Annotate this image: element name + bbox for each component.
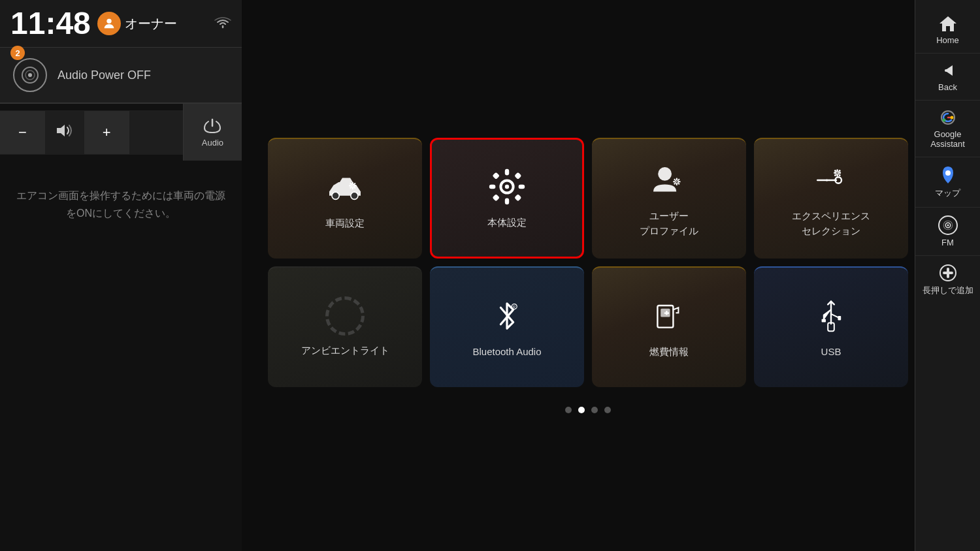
svg-point-0: [106, 19, 111, 24]
back-icon: [938, 61, 958, 80]
svg-point-41: [837, 172, 838, 174]
sidebar-map-label: マップ: [935, 187, 960, 199]
tile-ambient-light-label: アンビエントライト: [301, 343, 389, 358]
ac-message: エアコン画面を操作するためには車両の電源をONにしてください。: [0, 161, 242, 248]
sidebar-item-map[interactable]: マップ: [915, 157, 980, 208]
audio-section: Audio Power OFF: [0, 48, 242, 103]
svg-rect-23: [514, 172, 521, 180]
svg-point-5: [351, 192, 358, 199]
sidebar-fm-label: FM: [941, 238, 954, 247]
sidebar-item-google-assistant[interactable]: GoogleAssistant: [915, 101, 980, 157]
time-user-section: 11:48 オーナー: [10, 8, 177, 39]
tile-bluetooth-audio-label: Bluetooth Audio: [472, 345, 541, 360]
svg-rect-19: [505, 198, 509, 205]
status-bar: 11:48 オーナー: [0, 0, 242, 48]
svg-point-2: [28, 73, 32, 77]
volume-decrease-button[interactable]: −: [0, 111, 45, 154]
page-dot-2[interactable]: [578, 407, 585, 413]
svg-point-62: [950, 116, 953, 119]
sidebar-add-label: 長押しで追加: [923, 285, 973, 296]
svg-rect-32: [679, 181, 681, 182]
svg-rect-55: [664, 313, 669, 314]
svg-rect-21: [519, 185, 525, 189]
tile-vehicle-settings-label: 車両設定: [325, 216, 365, 231]
audio-power-button[interactable]: Audio: [183, 104, 242, 161]
svg-rect-56: [822, 319, 826, 323]
page-dot-1[interactable]: [565, 407, 572, 413]
svg-rect-22: [493, 172, 500, 180]
svg-point-63: [945, 170, 951, 176]
tile-fuel-info-label: 燃費情報: [649, 345, 689, 360]
page-dot-3[interactable]: [591, 407, 598, 413]
tile-vehicle-settings[interactable]: 車両設定: [268, 138, 422, 259]
svg-rect-45: [839, 172, 841, 174]
svg-text:R: R: [513, 305, 516, 309]
tile-fuel-info[interactable]: 燃費情報: [592, 266, 746, 387]
wifi-icon: [214, 16, 231, 32]
avatar: [97, 12, 121, 35]
svg-point-17: [505, 185, 509, 189]
audio-power-label: Audio: [202, 138, 223, 148]
svg-point-26: [658, 167, 672, 181]
tile-user-profile[interactable]: ユーザープロファイル: [592, 138, 746, 259]
svg-point-61: [942, 119, 945, 122]
sidebar-item-back[interactable]: Back: [915, 54, 980, 101]
sidebar-item-add[interactable]: 長押しで追加: [915, 256, 980, 304]
add-icon: [939, 264, 957, 282]
svg-rect-24: [493, 194, 500, 201]
page-dot-4[interactable]: [604, 407, 611, 413]
audio-power-text: Audio Power OFF: [57, 69, 151, 82]
user-name: オーナー: [125, 15, 177, 33]
tile-main-settings-label: 本体設定: [487, 215, 527, 230]
sidebar-google-assistant-label: GoogleAssistant: [930, 129, 965, 149]
svg-rect-9: [352, 188, 353, 190]
volume-increase-button[interactable]: +: [84, 111, 129, 154]
sidebar-back-label: Back: [938, 82, 957, 92]
svg-rect-49: [838, 174, 841, 176]
tile-user-profile-label: ユーザープロファイル: [640, 209, 698, 238]
svg-rect-10: [349, 185, 351, 187]
tile-bluetooth-audio[interactable]: R Bluetooth Audio: [430, 266, 584, 387]
audio-controls: − + Audio: [0, 103, 242, 161]
svg-rect-8: [352, 182, 353, 184]
tile-usb-label: USB: [821, 345, 841, 360]
fm-icon: [938, 215, 958, 235]
sidebar-home-label: Home: [936, 35, 959, 45]
sidebar-item-home[interactable]: Home: [915, 7, 980, 54]
user-info: オーナー: [97, 12, 177, 35]
tile-experience-label: エクスペリエンスセレクション: [792, 209, 870, 238]
svg-rect-44: [834, 172, 836, 174]
left-panel: 11:48 オーナー 2: [0, 0, 242, 551]
svg-rect-57: [838, 316, 841, 320]
svg-rect-31: [673, 181, 675, 182]
tile-experience[interactable]: エクスペリエンスセレクション: [754, 138, 908, 259]
svg-point-28: [676, 181, 678, 182]
tile-main-settings[interactable]: 本体設定: [430, 138, 584, 259]
page-dots: [565, 407, 611, 413]
svg-rect-18: [505, 169, 509, 176]
tile-ambient-light[interactable]: アンビエントライト: [268, 266, 422, 387]
svg-rect-11: [355, 185, 357, 187]
volume-controls: − +: [0, 110, 183, 155]
home-icon: [938, 14, 958, 33]
svg-rect-43: [836, 174, 838, 176]
main-grid-area: 車両設定 本体設定: [242, 0, 934, 551]
svg-rect-30: [676, 183, 678, 185]
svg-point-4: [332, 192, 339, 199]
svg-point-65: [947, 225, 949, 227]
tile-usb[interactable]: USB: [754, 266, 908, 387]
svg-rect-25: [514, 194, 521, 201]
sidebar-item-fm[interactable]: FM: [915, 208, 980, 256]
svg-rect-59: [945, 69, 953, 72]
right-sidebar: Home Back GoogleAssistant マップ: [915, 0, 980, 551]
svg-rect-69: [943, 272, 953, 274]
volume-icon: [45, 110, 84, 155]
notification-badge[interactable]: 2: [10, 46, 25, 60]
svg-rect-29: [676, 178, 678, 180]
app-grid: 車両設定 本体設定: [268, 138, 908, 387]
ambient-light-icon: [325, 296, 365, 336]
svg-rect-20: [489, 185, 496, 189]
svg-rect-42: [836, 169, 838, 171]
svg-point-7: [352, 185, 353, 187]
map-icon: [939, 165, 957, 185]
